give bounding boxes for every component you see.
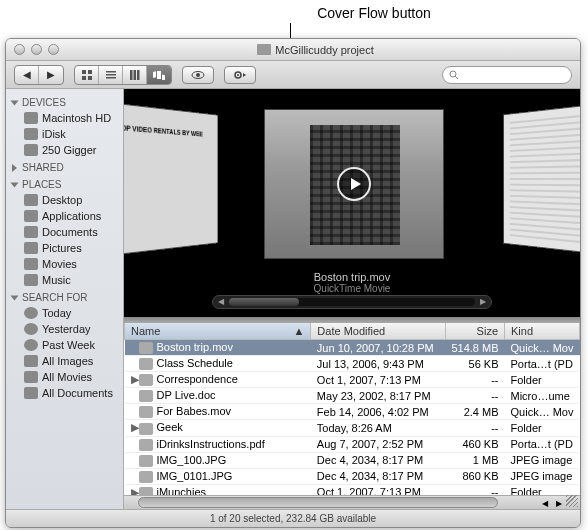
coverflow-scroll-right[interactable]: ▶ bbox=[475, 296, 491, 308]
coverflow-scroll-track[interactable] bbox=[229, 298, 475, 306]
sidebar-item-desktop[interactable]: Desktop bbox=[6, 192, 123, 208]
sidebar-item-all-documents[interactable]: All Documents bbox=[6, 385, 123, 401]
file-icon bbox=[139, 487, 153, 495]
table-row[interactable]: IMG_100.JPGDec 4, 2034, 8:17 PM1 MBJPEG … bbox=[125, 452, 580, 468]
col-size[interactable]: Size bbox=[445, 323, 504, 340]
sidebar-item-applications[interactable]: Applications bbox=[6, 208, 123, 224]
coverflow-scrollbar[interactable]: ◀ ▶ bbox=[212, 295, 492, 309]
quicklook-button[interactable] bbox=[182, 66, 214, 84]
disclosure-triangle[interactable]: ▶ bbox=[131, 421, 139, 434]
desktop-icon bbox=[24, 194, 38, 206]
file-kind: JPEG image bbox=[505, 452, 580, 468]
resize-handle[interactable] bbox=[566, 495, 578, 507]
minimize-button[interactable] bbox=[31, 44, 42, 55]
search-input[interactable] bbox=[462, 69, 565, 81]
sidebar-item-music[interactable]: Music bbox=[6, 272, 123, 288]
file-kind: Folder bbox=[505, 420, 580, 436]
sidebar-item-all-images[interactable]: All Images bbox=[6, 353, 123, 369]
coverflow-scroll-left[interactable]: ◀ bbox=[213, 296, 229, 308]
table-row[interactable]: Class ScheduleJul 13, 2006, 9:43 PM56 KB… bbox=[125, 356, 580, 372]
table-row[interactable]: iDrinksInstructions.pdfAug 7, 2007, 2:52… bbox=[125, 436, 580, 452]
coverflow-icon bbox=[153, 70, 165, 80]
file-name: IMG_0101.JPG bbox=[157, 470, 233, 482]
table-row[interactable]: DP Live.docMay 23, 2002, 8:17 PM--Micro…… bbox=[125, 388, 580, 404]
back-button[interactable]: ◀ bbox=[15, 66, 39, 84]
coverflow-item-right[interactable] bbox=[503, 103, 580, 255]
sidebar-item-250-gigger[interactable]: 250 Gigger bbox=[6, 142, 123, 158]
coverflow-area[interactable]: TOP VIDEO RENTALS BY WEE Boston trip.mov… bbox=[124, 89, 580, 317]
svg-rect-2 bbox=[82, 76, 86, 80]
svg-rect-11 bbox=[157, 71, 161, 79]
zoom-button[interactable] bbox=[48, 44, 59, 55]
coverflow-scroll-thumb[interactable] bbox=[229, 298, 299, 306]
close-button[interactable] bbox=[14, 44, 25, 55]
action-button[interactable] bbox=[224, 66, 256, 84]
status-bar: 1 of 20 selected, 232.84 GB available bbox=[6, 509, 580, 527]
titlebar[interactable]: McGillicuddy project bbox=[6, 39, 580, 61]
file-size: 2.4 MB bbox=[445, 404, 504, 420]
list-view-button[interactable] bbox=[99, 66, 123, 84]
svg-rect-5 bbox=[106, 74, 116, 76]
file-kind: Folder bbox=[505, 484, 580, 495]
svg-rect-10 bbox=[153, 71, 156, 78]
svg-rect-7 bbox=[130, 70, 133, 80]
window-title-text: McGillicuddy project bbox=[275, 44, 373, 56]
svg-rect-12 bbox=[162, 74, 165, 80]
sidebar-item-past-week[interactable]: Past Week bbox=[6, 337, 123, 353]
sidebar-header-places[interactable]: PLACES bbox=[6, 175, 123, 192]
file-kind: JPEG image bbox=[505, 468, 580, 484]
col-name[interactable]: Name ▲ bbox=[125, 323, 311, 340]
table-row[interactable]: ▶iMunchiesOct 1, 2007, 7:13 PM--Folder bbox=[125, 484, 580, 495]
play-button[interactable] bbox=[337, 167, 371, 201]
sidebar-header-searchfor[interactable]: SEARCH FOR bbox=[6, 288, 123, 305]
sidebar-item-macintosh-hd[interactable]: Macintosh HD bbox=[6, 110, 123, 126]
eye-icon bbox=[191, 70, 205, 80]
music-icon bbox=[24, 274, 38, 286]
sidebar-item-movies[interactable]: Movies bbox=[6, 256, 123, 272]
hscroll-left-arrow[interactable]: ◀ bbox=[538, 496, 552, 509]
sidebar-item-today[interactable]: Today bbox=[6, 305, 123, 321]
svg-rect-8 bbox=[133, 70, 136, 80]
icon-view-button[interactable] bbox=[75, 66, 99, 84]
hscroll-thumb[interactable] bbox=[138, 497, 498, 508]
file-size: 860 KB bbox=[445, 468, 504, 484]
sidebar-item-yesterday[interactable]: Yesterday bbox=[6, 321, 123, 337]
hscroll-right-arrow[interactable]: ▶ bbox=[552, 496, 566, 509]
file-size: 1 MB bbox=[445, 452, 504, 468]
coverflow-item-left[interactable]: TOP VIDEO RENTALS BY WEE bbox=[124, 102, 218, 256]
column-view-button[interactable] bbox=[123, 66, 147, 84]
sidebar-item-pictures[interactable]: Pictures bbox=[6, 240, 123, 256]
file-icon bbox=[139, 374, 153, 386]
forward-button[interactable]: ▶ bbox=[39, 66, 63, 84]
apps-icon bbox=[24, 210, 38, 222]
search-field[interactable] bbox=[442, 66, 572, 84]
file-kind: Porta…t (PD bbox=[505, 436, 580, 452]
smart-icon bbox=[24, 355, 38, 367]
disclosure-triangle[interactable]: ▶ bbox=[131, 373, 139, 386]
table-row[interactable]: ▶GeekToday, 8:26 AM--Folder bbox=[125, 420, 580, 436]
sidebar-item-idisk[interactable]: iDisk bbox=[6, 126, 123, 142]
horizontal-scrollbar[interactable]: ◀ ▶ bbox=[124, 495, 580, 509]
col-kind[interactable]: Kind bbox=[505, 323, 580, 340]
file-size: 460 KB bbox=[445, 436, 504, 452]
disclosure-triangle[interactable]: ▶ bbox=[131, 486, 139, 495]
table-row[interactable]: Boston trip.movJun 10, 2007, 10:28 PM514… bbox=[125, 340, 580, 356]
file-kind: Folder bbox=[505, 372, 580, 388]
file-size: -- bbox=[445, 372, 504, 388]
sidebar-item-all-movies[interactable]: All Movies bbox=[6, 369, 123, 385]
table-row[interactable]: IMG_0101.JPGDec 4, 2034, 8:17 PM860 KBJP… bbox=[125, 468, 580, 484]
table-row[interactable]: For Babes.movFeb 14, 2006, 4:02 PM2.4 MB… bbox=[125, 404, 580, 420]
table-row[interactable]: ▶CorrespondenceOct 1, 2007, 7:13 PM--Fol… bbox=[125, 372, 580, 388]
clock-icon bbox=[24, 323, 38, 335]
file-size: -- bbox=[445, 420, 504, 436]
file-name: IMG_100.JPG bbox=[157, 454, 227, 466]
smart-icon bbox=[24, 371, 38, 383]
col-date[interactable]: Date Modified bbox=[311, 323, 446, 340]
sidebar-header-shared[interactable]: SHARED bbox=[6, 158, 123, 175]
coverflow-item-center[interactable] bbox=[264, 109, 444, 259]
coverflow-view-button[interactable] bbox=[147, 66, 171, 84]
sidebar-item-documents[interactable]: Documents bbox=[6, 224, 123, 240]
sidebar-header-devices[interactable]: DEVICES bbox=[6, 93, 123, 110]
column-headers: Name ▲ Date Modified Size Kind bbox=[125, 323, 580, 340]
file-date: Dec 4, 2034, 8:17 PM bbox=[311, 468, 446, 484]
